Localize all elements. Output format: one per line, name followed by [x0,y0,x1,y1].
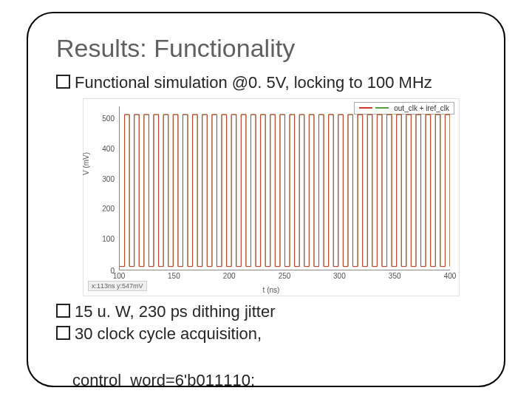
bullet-1: Functional simulation @0. 5V, locking to… [56,73,476,92]
xtick: 100 [113,272,126,280]
plot-area [119,106,450,270]
waveform-svg [120,106,450,270]
ytick: 400 [102,145,115,153]
bullet-1-text: Functional simulation @0. 5V, locking to… [75,73,432,92]
y-axis-ticks: 0 100 200 300 400 500 [86,103,116,270]
slide-title: Results: Functionality [56,34,476,63]
xtick: 400 [444,272,457,280]
xtick: 250 [279,272,291,280]
checkbox-icon [56,75,70,89]
xtick: 150 [168,272,180,280]
ytick: 300 [102,174,115,183]
bullet-2-text: 15 u. W, 230 ps dithing jitter [75,302,276,321]
xtick: 300 [333,272,346,280]
xtick: 200 [223,272,236,280]
x-axis-ticks: 100 150 200 250 300 350 400 [119,272,450,282]
bullet-4-cutoff: control_word=6'b011110: [72,371,460,387]
bullet-2: 15 u. W, 230 ps dithing jitter [56,302,476,321]
bullet-3: 30 clock cycle acquisition, [56,324,476,344]
simulation-chart: out_clk + iref_clk V (mV) 0 100 200 300 … [83,98,460,296]
xtick: 350 [389,272,401,280]
checkbox-icon [56,326,70,340]
ytick: 200 [102,205,115,213]
bullet-3-text: 30 clock cycle acquisition, [75,324,262,343]
ytick: 500 [102,115,115,123]
ytick: 100 [102,235,115,243]
checkbox-icon [56,304,70,318]
cursor-readout: x:113ns y:547mV [88,281,147,291]
